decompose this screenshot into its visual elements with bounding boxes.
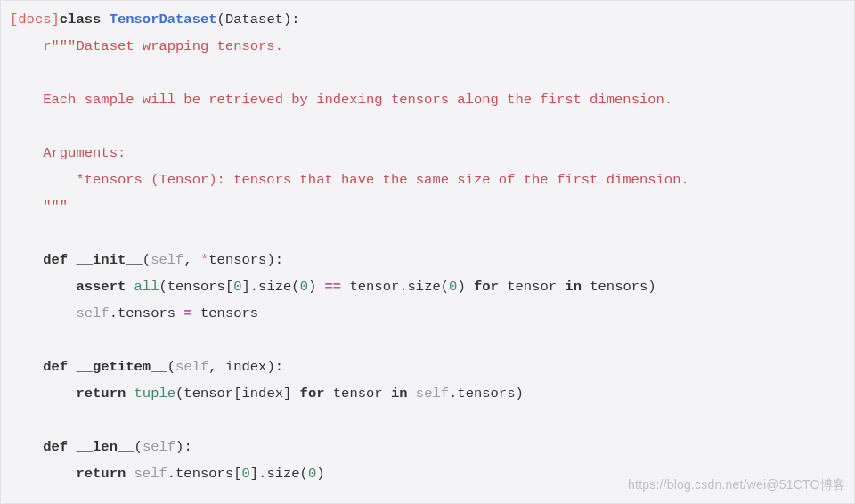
keyword-return: return [76,466,126,482]
expr: tensors [192,305,258,321]
docstring-line: Dataset wrapping tensors. [76,38,283,54]
docstring-open: r""" [43,38,76,54]
builtin-all: all [134,279,159,295]
param: index [225,359,267,375]
number: 0 [300,279,308,295]
expr: tensor.size( [341,279,449,295]
number: 0 [233,279,241,295]
expr: ].size( [242,279,300,295]
self-ref: self [134,466,167,482]
base-class: Dataset [225,12,283,28]
expr: .tensors[ [167,466,242,482]
method-name: __init__ [76,252,142,268]
class-name: TensorDataset [110,12,217,28]
expr: (tensor[index] [175,386,300,402]
var: tensors) [582,279,656,295]
keyword-in: in [391,386,408,402]
expr: .tensors [110,305,184,321]
method-name: __len__ [76,439,134,455]
keyword-in: in [565,279,582,295]
keyword-return: return [76,386,126,402]
param-self: self [151,252,183,268]
star-op: * [200,252,208,268]
var: tensor [499,279,565,295]
docstring-line: *tensors (Tensor): tensors that have the… [76,172,688,188]
self-ref: self [416,386,449,402]
expr: ].size( [250,466,308,482]
watermark: https://blog.csdn.net/wei@51CTO博客 [628,471,845,498]
keyword-for: for [474,279,499,295]
number: 0 [449,279,457,295]
self-ref: self [76,305,109,321]
method-name: __getitem__ [76,359,167,375]
param: tensors [208,252,266,268]
var: tensor [325,386,391,402]
keyword-def: def [43,439,68,455]
operator-eq: == [325,279,342,295]
docs-link[interactable]: [docs] [10,12,60,28]
docstring-close: """ [43,199,68,215]
docstring-line: Each sample will be retrieved by indexin… [43,92,672,108]
keyword-class: class [60,12,102,28]
keyword-def: def [43,359,68,375]
docstring-line: Arguments: [43,145,126,161]
keyword-assert: assert [76,279,126,295]
code-block: [docs]class TensorDataset(Dataset): r"""… [10,6,845,487]
expr: ) [316,466,324,482]
keyword-def: def [43,252,68,268]
builtin-tuple: tuple [134,386,176,402]
param-self: self [142,439,175,455]
expr: tensors[ [167,279,233,295]
param-self: self [175,359,208,375]
expr: .tensors) [449,386,524,402]
operator-assign: = [183,305,191,321]
watermark-left: https://blog.csdn.net/wei [628,477,766,492]
watermark-right: @51CTO博客 [766,477,845,492]
number: 0 [241,466,249,482]
number: 0 [308,466,316,482]
keyword-for: for [300,386,325,402]
